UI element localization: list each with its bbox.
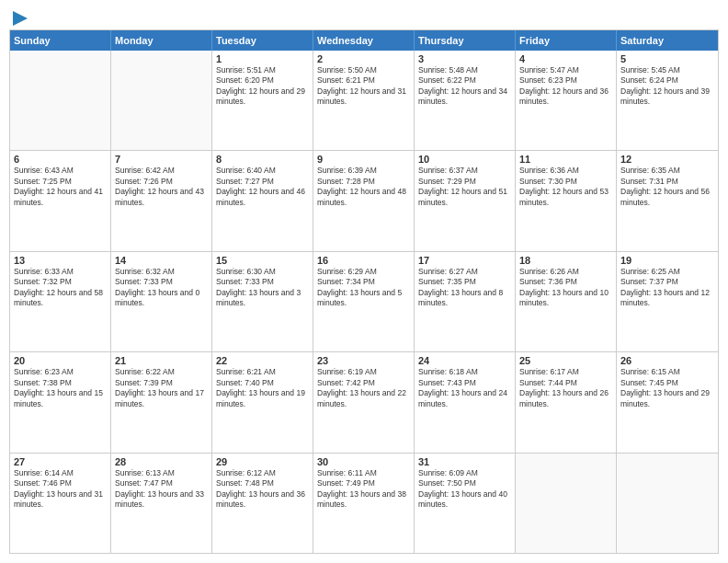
cell-info: Sunrise: 6:17 AMSunset: 7:44 PMDaylight:… [519,367,612,409]
day-number: 9 [317,154,410,165]
calendar-cell-empty [111,51,212,150]
page: SundayMondayTuesdayWednesdayThursdayFrid… [0,0,728,563]
day-header-tuesday: Tuesday [212,30,313,51]
cell-info: Sunrise: 6:13 AMSunset: 7:47 PMDaylight:… [115,468,208,511]
day-number: 28 [115,456,208,467]
calendar-header: SundayMondayTuesdayWednesdayThursdayFrid… [10,30,718,51]
day-number: 19 [620,255,714,266]
cell-info: Sunrise: 5:45 AMSunset: 6:24 PMDaylight:… [620,65,714,108]
cell-info: Sunrise: 5:51 AMSunset: 6:20 PMDaylight:… [216,65,309,108]
logo [9,9,29,24]
calendar-cell-empty [617,454,718,553]
day-number: 22 [216,355,309,366]
cell-info: Sunrise: 6:23 AMSunset: 7:38 PMDaylight:… [14,367,107,409]
day-number: 30 [317,456,410,467]
day-header-thursday: Thursday [415,30,516,51]
cell-info: Sunrise: 6:40 AMSunset: 7:27 PMDaylight:… [216,166,309,208]
day-number: 1 [216,53,309,64]
calendar-cell: 18Sunrise: 6:26 AMSunset: 7:36 PMDayligh… [516,252,617,351]
cell-info: Sunrise: 6:35 AMSunset: 7:31 PMDaylight:… [620,166,714,208]
calendar-cell: 5Sunrise: 5:45 AMSunset: 6:24 PMDaylight… [617,51,718,150]
cell-info: Sunrise: 5:48 AMSunset: 6:22 PMDaylight:… [418,65,511,108]
day-number: 7 [115,154,208,165]
calendar-cell: 25Sunrise: 6:17 AMSunset: 7:44 PMDayligh… [516,352,617,452]
cell-info: Sunrise: 6:33 AMSunset: 7:32 PMDaylight:… [14,267,107,309]
day-number: 17 [418,255,511,266]
day-number: 27 [14,456,107,467]
calendar-cell: 12Sunrise: 6:35 AMSunset: 7:31 PMDayligh… [617,151,718,250]
day-number: 12 [620,154,714,165]
cell-info: Sunrise: 6:26 AMSunset: 7:36 PMDaylight:… [519,267,612,309]
calendar-cell: 29Sunrise: 6:12 AMSunset: 7:48 PMDayligh… [212,454,313,553]
calendar-row: 27Sunrise: 6:14 AMSunset: 7:46 PMDayligh… [10,454,718,553]
day-number: 26 [620,355,714,366]
calendar-cell: 9Sunrise: 6:39 AMSunset: 7:28 PMDaylight… [313,151,415,250]
calendar-cell: 16Sunrise: 6:29 AMSunset: 7:34 PMDayligh… [313,252,415,351]
calendar-cell: 17Sunrise: 6:27 AMSunset: 7:35 PMDayligh… [415,252,516,351]
cell-info: Sunrise: 5:50 AMSunset: 6:21 PMDaylight:… [317,65,410,108]
day-number: 20 [14,355,107,366]
cell-info: Sunrise: 6:22 AMSunset: 7:39 PMDaylight:… [115,367,208,409]
calendar-cell: 22Sunrise: 6:21 AMSunset: 7:40 PMDayligh… [212,352,313,452]
calendar-cell-empty [516,454,617,553]
day-number: 29 [216,456,309,467]
logo-triangle-icon [11,9,29,28]
calendar-cell: 11Sunrise: 6:36 AMSunset: 7:30 PMDayligh… [516,151,617,250]
cell-info: Sunrise: 6:18 AMSunset: 7:43 PMDaylight:… [418,367,511,409]
cell-info: Sunrise: 6:42 AMSunset: 7:26 PMDaylight:… [115,166,208,208]
day-number: 21 [115,355,208,366]
calendar-cell: 13Sunrise: 6:33 AMSunset: 7:32 PMDayligh… [10,252,111,351]
cell-info: Sunrise: 6:37 AMSunset: 7:29 PMDaylight:… [418,166,511,208]
day-number: 10 [418,154,511,165]
day-number: 14 [115,255,208,266]
cell-info: Sunrise: 6:30 AMSunset: 7:33 PMDaylight:… [216,267,309,309]
calendar-cell: 4Sunrise: 5:47 AMSunset: 6:23 PMDaylight… [516,51,617,150]
day-header-saturday: Saturday [617,30,718,51]
day-header-monday: Monday [111,30,212,51]
calendar-cell: 20Sunrise: 6:23 AMSunset: 7:38 PMDayligh… [10,352,111,452]
day-number: 23 [317,355,410,366]
calendar-cell: 24Sunrise: 6:18 AMSunset: 7:43 PMDayligh… [415,352,516,452]
header [9,9,719,24]
calendar-cell: 28Sunrise: 6:13 AMSunset: 7:47 PMDayligh… [111,454,212,553]
calendar: SundayMondayTuesdayWednesdayThursdayFrid… [9,29,719,554]
cell-info: Sunrise: 6:15 AMSunset: 7:45 PMDaylight:… [620,367,714,409]
day-number: 2 [317,53,410,64]
calendar-cell: 8Sunrise: 6:40 AMSunset: 7:27 PMDaylight… [212,151,313,250]
calendar-cell: 27Sunrise: 6:14 AMSunset: 7:46 PMDayligh… [10,454,111,553]
svg-marker-0 [13,11,28,26]
calendar-cell: 26Sunrise: 6:15 AMSunset: 7:45 PMDayligh… [617,352,718,452]
cell-info: Sunrise: 6:21 AMSunset: 7:40 PMDaylight:… [216,367,309,409]
calendar-cell: 15Sunrise: 6:30 AMSunset: 7:33 PMDayligh… [212,252,313,351]
day-number: 6 [14,154,107,165]
day-number: 5 [620,53,714,64]
calendar-row: 6Sunrise: 6:43 AMSunset: 7:25 PMDaylight… [10,151,718,251]
cell-info: Sunrise: 6:32 AMSunset: 7:33 PMDaylight:… [115,267,208,309]
logo-text [9,9,29,28]
calendar-cell: 14Sunrise: 6:32 AMSunset: 7:33 PMDayligh… [111,252,212,351]
day-number: 11 [519,154,612,165]
day-number: 18 [519,255,612,266]
calendar-cell-empty [10,51,111,150]
cell-info: Sunrise: 6:14 AMSunset: 7:46 PMDaylight:… [14,468,107,511]
day-number: 25 [519,355,612,366]
calendar-body: 1Sunrise: 5:51 AMSunset: 6:20 PMDaylight… [10,51,718,553]
cell-info: Sunrise: 6:25 AMSunset: 7:37 PMDaylight:… [620,267,714,309]
calendar-cell: 3Sunrise: 5:48 AMSunset: 6:22 PMDaylight… [415,51,516,150]
calendar-cell: 30Sunrise: 6:11 AMSunset: 7:49 PMDayligh… [313,454,415,553]
day-number: 3 [418,53,511,64]
day-number: 24 [418,355,511,366]
cell-info: Sunrise: 6:09 AMSunset: 7:50 PMDaylight:… [418,468,511,511]
day-header-friday: Friday [516,30,617,51]
calendar-row: 13Sunrise: 6:33 AMSunset: 7:32 PMDayligh… [10,252,718,352]
calendar-cell: 31Sunrise: 6:09 AMSunset: 7:50 PMDayligh… [415,454,516,553]
day-number: 4 [519,53,612,64]
calendar-cell: 10Sunrise: 6:37 AMSunset: 7:29 PMDayligh… [415,151,516,250]
calendar-cell: 1Sunrise: 5:51 AMSunset: 6:20 PMDaylight… [212,51,313,150]
calendar-cell: 2Sunrise: 5:50 AMSunset: 6:21 PMDaylight… [313,51,415,150]
day-number: 8 [216,154,309,165]
cell-info: Sunrise: 6:27 AMSunset: 7:35 PMDaylight:… [418,267,511,309]
day-header-wednesday: Wednesday [313,30,415,51]
cell-info: Sunrise: 6:12 AMSunset: 7:48 PMDaylight:… [216,468,309,511]
cell-info: Sunrise: 5:47 AMSunset: 6:23 PMDaylight:… [519,65,612,108]
